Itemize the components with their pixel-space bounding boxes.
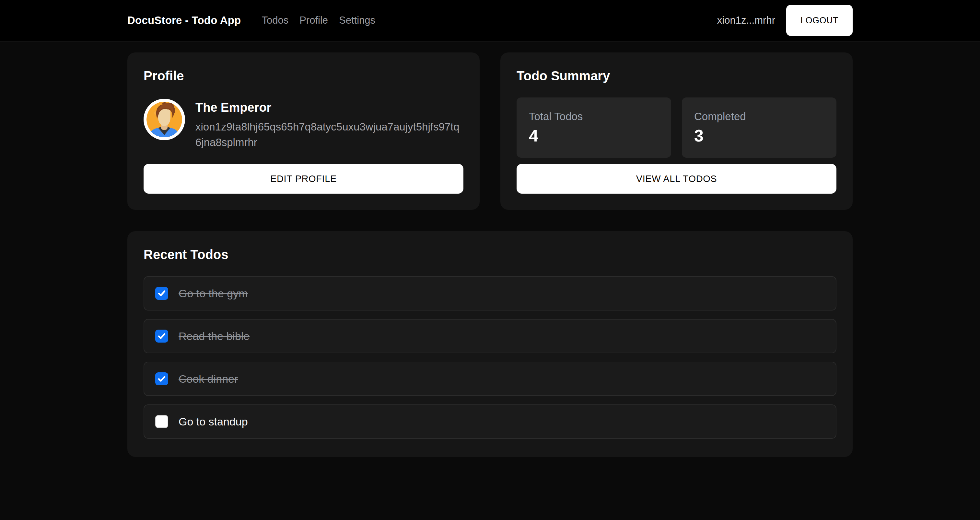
avatar [143,99,185,140]
checkmark-icon [157,374,166,384]
nav-links: Todos Profile Settings [261,14,375,26]
todo-checkbox[interactable] [155,330,168,342]
stat-completed-value: 3 [694,126,824,145]
todo-summary-title: Todo Summary [517,69,837,83]
profile-card-title: Profile [143,69,463,83]
app-title: DocuStore - Todo App [127,14,241,27]
todo-item[interactable]: Go to the gym [143,276,837,311]
nav-link-profile[interactable]: Profile [299,14,328,26]
recent-todos-card: Recent Todos Go to the gym Read the bibl… [127,231,853,457]
todo-checkbox[interactable] [155,287,168,300]
wallet-address: xion1z...mrhr [717,14,775,26]
todo-summary-card: Todo Summary Total Todos 4 Completed 3 V… [500,52,853,210]
stat-total-label: Total Todos [529,110,659,123]
todo-item[interactable]: Read the bible [143,319,837,353]
todo-checkbox[interactable] [155,373,168,385]
profile-card: Profile [127,52,480,210]
nav-link-todos[interactable]: Todos [261,14,288,26]
view-all-todos-button[interactable]: VIEW ALL TODOS [517,164,837,193]
todo-label: Go to the gym [178,287,248,300]
edit-profile-button[interactable]: EDIT PROFILE [143,164,463,193]
logout-button[interactable]: LOGOUT [786,5,853,36]
navbar: DocuStore - Todo App Todos Profile Setti… [0,0,980,41]
todo-item[interactable]: Go to standup [143,404,837,439]
stat-total-todos: Total Todos 4 [517,97,671,158]
profile-address: xion1z9ta8lhj65qs65h7q8atyc5uxu3wjua7auj… [196,119,463,150]
nav-link-settings[interactable]: Settings [339,14,375,26]
todo-label: Read the bible [178,330,250,342]
checkmark-icon [157,289,166,298]
profile-name: The Emperor [196,101,463,115]
stat-total-value: 4 [529,126,659,145]
checkmark-icon [157,331,166,341]
todo-list: Go to the gym Read the bible Cook dinner… [143,276,837,439]
todo-label: Go to standup [178,415,248,428]
main-content: Profile [127,52,853,457]
stat-completed-label: Completed [694,110,824,123]
todo-checkbox[interactable] [155,415,168,428]
stat-completed: Completed 3 [682,97,837,158]
recent-todos-title: Recent Todos [143,247,837,262]
todo-item[interactable]: Cook dinner [143,361,837,396]
todo-label: Cook dinner [178,373,238,385]
